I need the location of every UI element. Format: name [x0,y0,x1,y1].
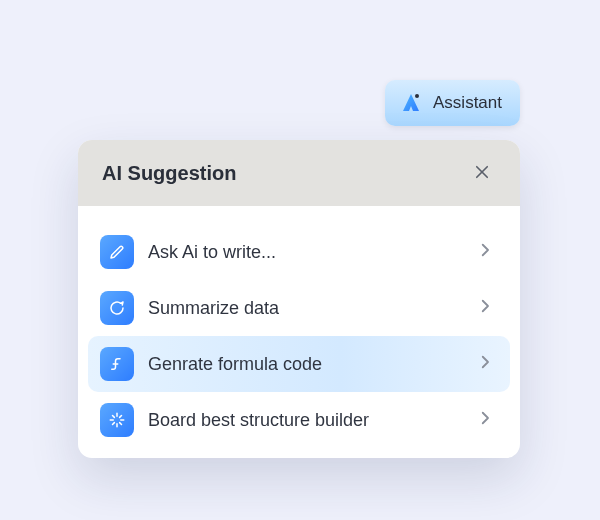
panel-header: AI Suggestion [78,140,520,206]
suggestion-item-ask-ai-write[interactable]: Ask Ai to write... [88,224,510,280]
chevron-right-icon [476,409,494,431]
chevron-right-icon [476,297,494,319]
sparkle-icon [100,403,134,437]
close-icon [473,163,491,184]
suggestion-item-label: Genrate formula code [148,354,462,375]
function-icon [100,347,134,381]
ai-suggestion-panel: AI Suggestion Ask Ai to write... [78,140,520,458]
suggestion-item-label: Board best structure builder [148,410,462,431]
pencil-icon [100,235,134,269]
chevron-right-icon [476,353,494,375]
suggestion-item-label: Ask Ai to write... [148,242,462,263]
assistant-logo-icon [399,91,423,115]
chat-icon [100,291,134,325]
chevron-right-icon [476,241,494,263]
svg-point-0 [415,94,419,98]
panel-title: AI Suggestion [102,162,236,185]
suggestion-item-generate-formula[interactable]: Genrate formula code [88,336,510,392]
assistant-chip[interactable]: Assistant [385,80,520,126]
suggestion-item-label: Summarize data [148,298,462,319]
assistant-chip-label: Assistant [433,93,502,113]
suggestion-item-board-structure[interactable]: Board best structure builder [88,392,510,448]
close-button[interactable] [468,159,496,187]
suggestion-item-summarize-data[interactable]: Summarize data [88,280,510,336]
suggestion-list: Ask Ai to write... Summarize data [78,206,520,458]
